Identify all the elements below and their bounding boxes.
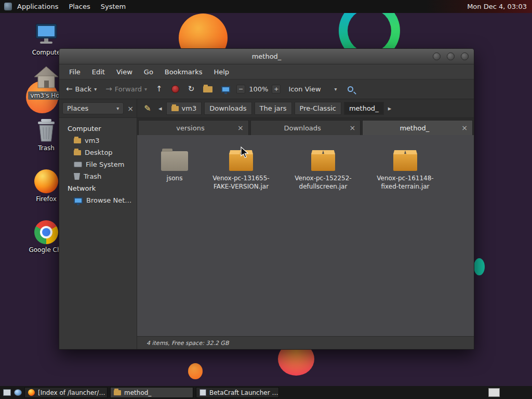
tree-header-computer[interactable]: Computer [59, 123, 137, 134]
sidebar: Places ▾ × Computer vm3 Desktop File Sys… [59, 99, 137, 349]
applications-menu-icon[interactable] [4, 3, 12, 10]
sidebar-item-vm3[interactable]: vm3 [59, 135, 137, 146]
menu-view[interactable]: View [111, 66, 138, 78]
menu-places[interactable]: Places [63, 1, 95, 12]
monitor-icon [221, 86, 230, 92]
taskbar-item-method[interactable]: method_ [110, 387, 193, 398]
breadcrumb-pre-classic[interactable]: Pre-Classic [295, 102, 341, 115]
tab-bar: versions × Downloads × method_ × [137, 118, 474, 135]
file-jar-3[interactable]: Venox-pc-161148-fixed-terrain.jar [371, 149, 440, 191]
pathbar: ✎ ◂ vm3 Downloads The jars Pre-Classic m… [137, 99, 474, 118]
file-view[interactable]: jsons Venox-pc-131655-FAKE-VERSION.jar V… [137, 135, 474, 336]
close-button[interactable] [461, 52, 469, 60]
taskbar-item-label: [Index of /launcher/… [38, 389, 105, 396]
up-button[interactable]: ↑ [153, 83, 165, 95]
forward-label: Forward [115, 85, 142, 93]
folder-icon [203, 86, 212, 92]
jar-package-icon [311, 154, 335, 171]
breadcrumb-label: vm3 [182, 104, 197, 112]
taskbar: [Index of /launcher/… method_ BetaCraft … [0, 386, 532, 399]
main-pane: ✎ ◂ vm3 Downloads The jars Pre-Classic m… [137, 99, 474, 349]
folder-icon [74, 138, 81, 143]
home-folder-button[interactable] [201, 84, 215, 95]
zoom-out-button[interactable]: − [236, 85, 245, 94]
sidebar-mode-caret-icon: ▾ [116, 105, 119, 111]
forward-history-caret-icon[interactable]: ▾ [144, 86, 147, 92]
menu-file[interactable]: File [63, 66, 86, 78]
computer-icon [34, 23, 59, 47]
tab-label: Downloads [256, 124, 350, 132]
sidebar-mode-select[interactable]: Places ▾ [62, 102, 124, 114]
file-label: jsons [167, 175, 183, 183]
tab-label: versions [143, 124, 237, 132]
status-bar: 4 items, Free space: 32.2 GB [137, 336, 474, 349]
breadcrumb-vm3[interactable]: vm3 [166, 102, 202, 115]
forward-button[interactable]: → Forward ▾ [103, 83, 150, 95]
desktop-icon-label: Firefox [36, 195, 57, 203]
show-desktop-icon[interactable] [3, 389, 11, 396]
drive-icon [74, 162, 82, 167]
back-history-caret-icon[interactable]: ▾ [94, 86, 97, 92]
sidebar-item-trash[interactable]: Trash [59, 171, 137, 182]
taskbar-item-betacraft[interactable]: BetaCraft Launcher … [196, 387, 279, 398]
clock[interactable]: Mon Dec 4, 03:03 [467, 3, 532, 10]
status-text: 4 items, Free space: 32.2 GB [147, 340, 229, 347]
window-body: Places ▾ × Computer vm3 Desktop File Sys… [59, 99, 474, 349]
crumbs-scroll-left-icon[interactable]: ◂ [157, 103, 164, 113]
search-icon [348, 86, 353, 92]
breadcrumb-label: Downloads [209, 104, 246, 112]
view-mode-select[interactable]: Icon View ▾ [284, 83, 341, 95]
file-manager-window: method_ File Edit View Go Bookmarks Help… [59, 48, 474, 350]
tab-close-icon[interactable]: × [237, 124, 244, 131]
titlebar[interactable]: method_ [59, 49, 474, 64]
sidebar-close-icon[interactable]: × [127, 105, 134, 112]
menu-edit[interactable]: Edit [86, 66, 111, 78]
menu-go[interactable]: Go [138, 66, 159, 78]
tree-header-network[interactable]: Network [59, 183, 137, 194]
menu-help[interactable]: Help [208, 66, 235, 78]
breadcrumb-downloads[interactable]: Downloads [204, 102, 251, 115]
zoom-level[interactable]: 100% [249, 85, 268, 93]
firefox-icon [34, 169, 58, 193]
location-edit-button[interactable]: ✎ [141, 102, 154, 115]
menu-bookmarks[interactable]: Bookmarks [159, 66, 208, 78]
folder-icon [171, 106, 179, 111]
breadcrumb-label: method_ [349, 104, 379, 112]
tab-versions[interactable]: versions × [138, 120, 249, 135]
tab-downloads[interactable]: Downloads × [250, 120, 361, 135]
search-button[interactable] [345, 84, 356, 94]
reload-button[interactable]: ↻ [185, 83, 197, 95]
panel-applet-icon[interactable] [14, 389, 22, 396]
sidebar-item-desktop[interactable]: Desktop [59, 147, 137, 158]
breadcrumb-method[interactable]: method_ [344, 102, 384, 115]
sidebar-item-label: vm3 [85, 137, 100, 144]
maximize-button[interactable] [447, 52, 455, 60]
crumbs-scroll-right-icon[interactable]: ▸ [387, 103, 393, 113]
back-label: Back [75, 85, 92, 93]
stop-button[interactable] [169, 83, 182, 95]
computer-button[interactable] [219, 84, 233, 95]
sidebar-item-browse-network[interactable]: Browse Net… [59, 195, 137, 206]
tab-method[interactable]: method_ × [362, 120, 473, 135]
sidebar-item-filesystem[interactable]: File System [59, 159, 137, 170]
breadcrumb-label: The jars [260, 104, 287, 112]
window-title: method_ [252, 52, 282, 60]
taskbar-item-firefox[interactable]: [Index of /launcher/… [24, 387, 108, 398]
sidebar-header: Places ▾ × [59, 99, 137, 118]
file-jar-2[interactable]: Venox-pc-152252-defullscreen.jar [289, 149, 357, 191]
menu-applications[interactable]: Applications [12, 1, 63, 12]
workspace-switcher[interactable] [488, 388, 500, 397]
up-arrow-icon: ↑ [156, 85, 163, 93]
taskbar-item-label: BetaCraft Launcher … [209, 389, 278, 396]
minimize-button[interactable] [433, 52, 441, 60]
mouse-cursor [240, 147, 250, 159]
zoom-in-button[interactable]: + [272, 85, 281, 94]
tab-close-icon[interactable]: × [461, 124, 468, 131]
tab-close-icon[interactable]: × [350, 124, 356, 131]
file-jsons[interactable]: jsons [156, 149, 193, 183]
menu-system[interactable]: System [96, 1, 131, 12]
breadcrumb-the-jars[interactable]: The jars [255, 102, 292, 115]
sidebar-item-label: Desktop [85, 149, 113, 156]
back-button[interactable]: ← Back ▾ [63, 83, 99, 95]
trash-icon [74, 173, 80, 180]
